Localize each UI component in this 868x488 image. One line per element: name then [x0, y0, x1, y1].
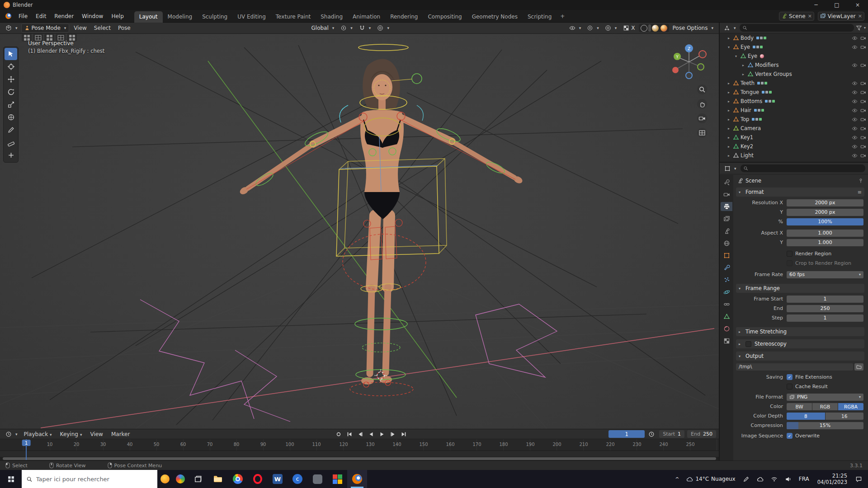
outliner-row[interactable]: ▸ Tongue — [720, 88, 868, 97]
cursor-tool[interactable] — [5, 61, 17, 73]
outliner-editor-type-button[interactable] — [722, 24, 738, 32]
outliner-item-label[interactable]: Tongue — [741, 89, 759, 95]
file-extensions-checkbox[interactable] — [787, 374, 793, 380]
resolution-y-field[interactable]: 2000 px — [787, 209, 863, 216]
cache-result-checkbox[interactable] — [787, 384, 793, 389]
disable-render-camera-icon[interactable] — [860, 99, 866, 104]
breadcrumb-scene-label[interactable]: Scene — [745, 178, 761, 184]
outliner-row[interactable]: ▸ Body — [720, 33, 868, 42]
outliner-row[interactable]: ▸ Modifiers — [720, 61, 868, 70]
close-button[interactable]: × — [847, 0, 868, 10]
disable-render-camera-icon[interactable] — [860, 153, 866, 159]
taskbar-search-box[interactable] — [22, 470, 157, 488]
timeline-scrollbar[interactable] — [0, 457, 719, 460]
compression-slider[interactable]: 15% — [787, 422, 863, 429]
gizmo-y-neg-axis[interactable] — [698, 64, 704, 70]
menu-item[interactable]: File — [14, 11, 32, 21]
outliner-item-label[interactable]: Key2 — [741, 143, 753, 150]
overwrite-checkbox[interactable] — [787, 433, 793, 439]
blender-menu-button[interactable] — [4, 13, 13, 20]
menu-item[interactable]: Help — [107, 11, 127, 21]
frame-step-field[interactable]: 1 — [787, 314, 863, 322]
hide-viewport-eye-icon[interactable] — [852, 135, 858, 141]
proportional-edit-dropdown[interactable] — [374, 24, 392, 32]
disable-render-camera-icon[interactable] — [860, 135, 866, 141]
expand-arrow-icon[interactable]: ▸ — [741, 72, 746, 76]
disable-render-camera-icon[interactable] — [860, 89, 866, 95]
outliner-row[interactable]: ▸ Key1 — [720, 133, 868, 142]
character-model[interactable] — [239, 59, 524, 385]
expand-arrow-icon[interactable]: ▸ — [726, 36, 731, 40]
tray-expand-button[interactable]: ^ — [671, 470, 683, 488]
expand-arrow-icon[interactable]: ▸ — [726, 108, 731, 113]
expand-arrow-icon[interactable]: ▸ — [726, 81, 731, 85]
overlays-dropdown[interactable] — [602, 24, 620, 32]
weather-widget[interactable]: 14°C Nuageux — [683, 470, 739, 488]
add-primitive-tool[interactable] — [5, 149, 17, 161]
photos-button[interactable] — [327, 470, 347, 488]
hide-viewport-eye-icon[interactable] — [852, 144, 858, 150]
rendered-shading-button[interactable] — [660, 25, 667, 32]
crop-region-checkbox[interactable] — [787, 260, 793, 266]
next-keyframe-button[interactable] — [388, 430, 398, 438]
outliner-item-label[interactable]: Camera — [741, 125, 761, 131]
disable-render-camera-icon[interactable] — [860, 44, 866, 50]
overlay-toggle-button-5[interactable] — [67, 34, 77, 42]
navigation-gizmo[interactable]: Z Y — [667, 40, 711, 84]
tab-view-layer[interactable] — [721, 214, 732, 223]
wireframe-shading-button[interactable] — [641, 25, 647, 32]
properties-search-field[interactable] — [741, 164, 865, 172]
properties-editor-type-button[interactable] — [722, 165, 738, 172]
frame-range-section-header[interactable]: ▾ Frame Range — [736, 284, 864, 293]
unlink-viewlayer-icon[interactable]: × — [858, 13, 862, 19]
tab-object-data[interactable] — [721, 312, 732, 321]
stereoscopy-header[interactable]: ▸ Stereoscopy — [736, 339, 864, 348]
timeline-scroll-thumb[interactable] — [3, 457, 716, 460]
search-input[interactable] — [36, 476, 153, 483]
language-indicator[interactable]: FRA — [795, 470, 813, 488]
timeline-menu-item[interactable]: Keying — [57, 430, 86, 438]
tab-constraints[interactable] — [721, 300, 732, 309]
unlink-scene-icon[interactable]: × — [808, 13, 812, 19]
outliner-row[interactable]: ▸ Top — [720, 115, 868, 124]
depth-8-option[interactable]: 8 — [787, 413, 825, 420]
widget-icon[interactable] — [173, 470, 188, 488]
app-blue-button[interactable]: c — [288, 470, 307, 488]
outliner-item-label[interactable]: Teeth — [741, 80, 755, 86]
menu-item[interactable]: Window — [78, 11, 107, 21]
resolution-percent-slider[interactable]: 100% — [787, 218, 863, 225]
workspace-tab[interactable]: UV Editing — [232, 11, 271, 23]
disable-render-camera-icon[interactable] — [860, 144, 866, 150]
hide-viewport-eye-icon[interactable] — [852, 99, 858, 104]
scale-tool[interactable] — [5, 99, 17, 111]
use-preview-range-button[interactable] — [646, 430, 656, 438]
outliner-item-label[interactable]: Key1 — [741, 134, 753, 141]
start-button[interactable] — [0, 470, 22, 488]
taskbar-clock[interactable]: 21:25 04/01/2023 — [813, 473, 852, 485]
frame-end-field[interactable]: End 250 — [687, 430, 716, 438]
outliner-item-label[interactable]: Bottoms — [741, 98, 762, 104]
add-workspace-button[interactable]: + — [557, 11, 568, 22]
overlay-toggle-button-4[interactable] — [56, 34, 66, 42]
expand-arrow-icon[interactable]: ▸ — [726, 154, 731, 158]
overlay-toggle-button-2[interactable] — [33, 34, 43, 42]
opera-button[interactable] — [248, 470, 268, 488]
play-reverse-button[interactable] — [366, 430, 376, 438]
workspace-tab[interactable]: Compositing — [423, 11, 467, 23]
viewport-scene[interactable] — [0, 34, 719, 429]
hide-viewport-eye-icon[interactable] — [852, 35, 858, 41]
transform-tool[interactable] — [5, 111, 17, 123]
disable-render-camera-icon[interactable] — [860, 126, 866, 131]
jump-to-end-button[interactable] — [399, 430, 409, 438]
timeline-menu-item[interactable]: Playback — [20, 430, 56, 438]
gizmo-x-neg-axis[interactable] — [672, 67, 679, 73]
tab-object[interactable] — [721, 251, 732, 260]
overlay-toggle-button-3[interactable] — [44, 34, 54, 42]
pan-hand-button[interactable] — [697, 99, 707, 109]
transform-orientation-dropdown[interactable]: Global — [309, 24, 337, 32]
outliner-item-label[interactable]: Eye — [741, 44, 750, 50]
output-section-header[interactable]: ▾ Output — [736, 352, 864, 361]
frame-rate-dropdown[interactable]: 60 fps▾ — [787, 271, 863, 278]
object-visibility-dropdown[interactable] — [566, 24, 584, 32]
chrome-button[interactable] — [228, 470, 248, 488]
